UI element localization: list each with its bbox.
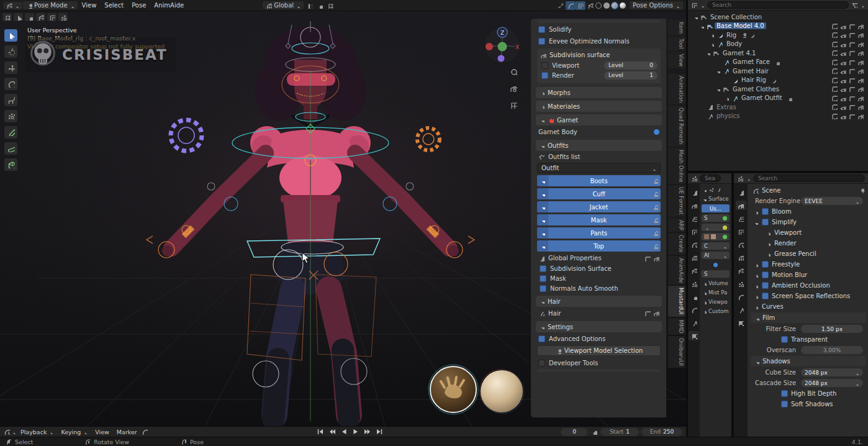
camera-view-icon[interactable]: [508, 83, 519, 94]
menu-keying[interactable]: Keying: [58, 429, 91, 435]
subdiv-viewport-row[interactable]: Viewport Level 0: [540, 60, 658, 70]
mask-expand-icon[interactable]: [537, 214, 548, 225]
outliner-search-input[interactable]: [707, 1, 849, 9]
exclude-checkbox-icon[interactable]: [831, 113, 838, 119]
soft-shadows-toggle[interactable]: Soft Shadows: [749, 399, 868, 409]
custom-props-label[interactable]: Custom: [708, 308, 729, 314]
viewlayer-tab-icon[interactable]: [736, 227, 746, 236]
tool-setting-icon[interactable]: [25, 13, 34, 21]
world-tab-icon[interactable]: [689, 253, 699, 262]
jacket-lock-icon[interactable]: [649, 204, 661, 210]
menu-view[interactable]: View: [78, 1, 101, 9]
disable-viewport-icon[interactable]: [849, 95, 855, 101]
curves-toggle[interactable]: Curves: [749, 301, 868, 312]
outfit-cuff-button[interactable]: Cuff: [537, 188, 661, 199]
morphs-section[interactable]: Morphs: [536, 87, 662, 98]
grease-pencil-toggle[interactable]: Grease Pencil: [749, 248, 868, 259]
boots-expand-icon[interactable]: [537, 175, 548, 186]
outfit-mask-button[interactable]: Mask: [537, 214, 661, 225]
tab-oniibaruui[interactable]: OniibaruUI: [668, 336, 685, 368]
value-field-c[interactable]: C: [702, 242, 730, 250]
outfit-jacket-button[interactable]: Jacket: [537, 201, 661, 212]
outfit-dropdown[interactable]: Outfit: [537, 163, 661, 173]
viewport-model-selection-button[interactable]: Viewport Model Selection: [537, 345, 661, 356]
data-tab-icon[interactable]: [689, 318, 699, 327]
toggle-grid-icon[interactable]: [508, 99, 519, 111]
annotate-tool[interactable]: [4, 125, 18, 139]
outliner-row-base-model[interactable]: Base Model 4.0: [689, 22, 867, 31]
output-tab-icon[interactable]: [689, 214, 699, 223]
hide-eye-icon[interactable]: [840, 95, 846, 101]
jump-start-button[interactable]: [315, 428, 325, 436]
outliner-row-garnet-hair[interactable]: Garnet Hair: [689, 66, 867, 76]
output-tab-icon[interactable]: [736, 214, 746, 223]
volume-label[interactable]: Volume: [708, 280, 728, 286]
global-normals-checkbox[interactable]: [540, 285, 546, 292]
hide-eye-icon[interactable]: [840, 59, 846, 65]
shading-wireframe-icon[interactable]: [595, 2, 602, 9]
value-field-al[interactable]: Al: [702, 252, 730, 259]
film-section[interactable]: Film: [751, 312, 866, 323]
viewport-display-label[interactable]: Viewpo: [708, 299, 728, 305]
hide-eye-icon[interactable]: [840, 113, 846, 119]
ambient-occlusion-checkbox[interactable]: [762, 282, 769, 289]
material-tab-icon[interactable]: [689, 331, 699, 340]
end-frame-field[interactable]: End250: [641, 428, 682, 436]
transparent-checkbox[interactable]: [781, 336, 788, 343]
solidify-checkbox[interactable]: [538, 26, 545, 33]
physics-tab-icon[interactable]: [689, 305, 699, 314]
disable-render-icon[interactable]: [857, 104, 864, 110]
bloom-checkbox[interactable]: [762, 208, 769, 215]
outliner-row-scene-collection[interactable]: Scene Collection: [689, 12, 867, 22]
tab-arp[interactable]: ARP: [668, 218, 685, 232]
tab-animaide[interactable]: AnimAide: [668, 256, 685, 285]
high-bit-depth-toggle[interactable]: High Bit Depth: [749, 388, 868, 399]
outliner-editor-icon[interactable]: [691, 2, 697, 8]
xray-toggle-icon[interactable]: [585, 1, 595, 10]
tool-setting-icon[interactable]: [36, 13, 45, 21]
hide-eye-icon[interactable]: [840, 50, 846, 56]
hide-eye-icon[interactable]: [840, 86, 846, 92]
cascade-size-dropdown[interactable]: 2048 px: [801, 379, 863, 387]
measure-tool[interactable]: [4, 142, 18, 155]
hair-item-row[interactable]: Hair: [536, 307, 662, 319]
transparent-toggle[interactable]: Transparent: [749, 334, 868, 345]
play-button[interactable]: [351, 428, 360, 436]
disable-render-icon[interactable]: [857, 32, 864, 38]
overscan-field[interactable]: 3.00%: [801, 346, 863, 354]
render-level-field[interactable]: Level 1: [604, 71, 658, 80]
modifier-tab-icon[interactable]: [736, 279, 746, 288]
transform-orientation-dropdown[interactable]: Global: [263, 1, 304, 9]
shading-material-icon[interactable]: [612, 2, 618, 9]
subdiv-render-checkbox[interactable]: [541, 72, 548, 79]
value-field-s[interactable]: S: [702, 270, 730, 278]
hair-render-icon[interactable]: [653, 310, 659, 316]
material-new-icon[interactable]: [715, 187, 720, 192]
viewport-display-icon[interactable]: [644, 255, 651, 262]
disable-viewport-icon[interactable]: [849, 50, 855, 56]
jump-end-button[interactable]: [374, 428, 384, 436]
disable-render-icon[interactable]: [857, 113, 864, 119]
chevron-down-icon[interactable]: [860, 2, 865, 7]
menu-animaide[interactable]: AnimAide: [150, 1, 188, 9]
menu-marker[interactable]: Marker: [114, 429, 140, 435]
pants-expand-icon[interactable]: [537, 227, 548, 239]
advanced-options-row[interactable]: Advanced Options: [536, 333, 662, 344]
disable-render-icon[interactable]: [857, 41, 864, 47]
properties-editor-icon[interactable]: [737, 175, 743, 181]
disable-viewport-icon[interactable]: [849, 113, 855, 119]
tab-create[interactable]: Create: [668, 233, 685, 254]
tab-mustardui[interactable]: MustardUI: [668, 286, 685, 316]
outliner-row-hair-rig[interactable]: Hair Rig: [689, 76, 867, 85]
use-nodes-button[interactable]: Us...: [702, 204, 730, 212]
filter-size-field[interactable]: 1.50 px: [801, 325, 863, 333]
grid-options-icon[interactable]: [325, 1, 335, 10]
exclude-checkbox-icon[interactable]: [831, 95, 838, 101]
outliner-row-body[interactable]: Body: [689, 40, 867, 49]
snap-magnet-icon[interactable]: [304, 1, 314, 10]
scale-tool[interactable]: [4, 93, 18, 107]
disable-viewport-icon[interactable]: [849, 41, 855, 47]
garnet-body-active-dot[interactable]: [654, 129, 659, 135]
outfit-top-button[interactable]: Top: [537, 240, 661, 252]
hide-eye-icon[interactable]: [840, 32, 846, 38]
